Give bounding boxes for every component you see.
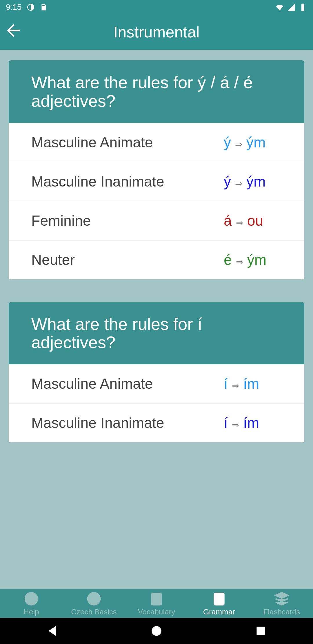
svg-rect-3 bbox=[44, 5, 45, 6]
svg-text:ABC: ABC bbox=[215, 597, 223, 602]
content-scroll[interactable]: What are the rules for ý / á / é adjecti… bbox=[0, 50, 313, 589]
grammar-row[interactable]: Masculine Inanimateý⇒ým bbox=[9, 162, 304, 201]
tab-flashcards[interactable]: Flashcards bbox=[250, 589, 313, 618]
row-transformation: ý⇒ým bbox=[224, 134, 282, 151]
tab-vocabulary[interactable]: ABCVocabulary bbox=[125, 589, 188, 618]
battery-icon bbox=[299, 3, 307, 12]
svg-rect-5 bbox=[302, 4, 304, 5]
grammar-row[interactable]: Masculine Animateí⇒ím bbox=[9, 364, 304, 404]
tab-grammar[interactable]: ABCGrammar bbox=[188, 589, 250, 618]
trans-from: ý bbox=[224, 134, 231, 151]
tab-label: Help bbox=[23, 607, 39, 616]
tab-help[interactable]: Help bbox=[0, 589, 63, 618]
trans-to: ím bbox=[243, 375, 259, 392]
signal-icon bbox=[287, 3, 296, 12]
nav-home-button[interactable] bbox=[149, 624, 164, 638]
row-label: Masculine Animate bbox=[31, 134, 224, 151]
grammar-row[interactable]: Neuteré⇒ým bbox=[9, 240, 304, 279]
tab-label: Czech Basics bbox=[71, 607, 117, 616]
flashcards-icon bbox=[274, 591, 290, 607]
svg-rect-16 bbox=[256, 627, 265, 635]
grammar-row[interactable]: Feminineá⇒ou bbox=[9, 201, 304, 240]
trans-to: ím bbox=[243, 415, 259, 431]
arrow-right-icon: ⇒ bbox=[235, 178, 242, 189]
help-icon bbox=[23, 591, 39, 607]
sd-card-icon bbox=[40, 3, 47, 11]
svg-rect-1 bbox=[42, 5, 43, 6]
card-header: What are the rules for ý / á / é adjecti… bbox=[9, 60, 304, 123]
row-label: Masculine Inanimate bbox=[31, 173, 224, 190]
trans-from: ý bbox=[224, 173, 231, 190]
grammar-row[interactable]: Masculine Animateý⇒ým bbox=[9, 123, 304, 162]
back-button[interactable] bbox=[2, 19, 25, 42]
row-transformation: á⇒ou bbox=[224, 212, 282, 229]
row-transformation: é⇒ým bbox=[224, 252, 282, 268]
status-bar: 9:15 bbox=[0, 0, 313, 15]
arrow-left-icon bbox=[4, 21, 23, 40]
svg-point-7 bbox=[30, 601, 32, 603]
tab-label: Grammar bbox=[203, 607, 235, 616]
trans-from: í bbox=[224, 415, 228, 431]
row-label: Masculine Inanimate bbox=[31, 415, 224, 431]
svg-rect-9 bbox=[93, 597, 95, 602]
grammar-icon: ABC bbox=[211, 591, 227, 607]
trans-to: ým bbox=[246, 173, 266, 190]
row-label: Masculine Animate bbox=[31, 375, 224, 392]
svg-point-10 bbox=[93, 595, 95, 596]
trans-to: ým bbox=[246, 134, 266, 151]
status-right bbox=[275, 3, 307, 12]
row-label: Feminine bbox=[31, 212, 224, 229]
system-nav-bar bbox=[0, 618, 313, 644]
row-transformation: í⇒ím bbox=[224, 375, 282, 392]
arrow-right-icon: ⇒ bbox=[232, 420, 239, 430]
svg-rect-2 bbox=[43, 5, 43, 6]
nav-back-button[interactable] bbox=[45, 624, 59, 638]
grammar-card: What are the rules for í adjectives?Masc… bbox=[9, 302, 304, 443]
basics-icon bbox=[86, 591, 102, 607]
svg-rect-4 bbox=[301, 4, 304, 11]
card-header: What are the rules for í adjectives? bbox=[9, 302, 304, 365]
nav-recents-button[interactable] bbox=[254, 624, 268, 638]
tab-label: Vocabulary bbox=[138, 607, 175, 616]
arrow-right-icon: ⇒ bbox=[236, 218, 243, 228]
trans-to: ou bbox=[247, 212, 263, 229]
square-recents-icon bbox=[254, 624, 268, 638]
grammar-card: What are the rules for ý / á / é adjecti… bbox=[9, 60, 304, 279]
bottom-tab-bar: HelpCzech BasicsABCVocabularyABCGrammarF… bbox=[0, 589, 313, 618]
trans-from: í bbox=[224, 375, 228, 392]
circle-home-icon bbox=[149, 624, 164, 638]
trans-from: é bbox=[224, 252, 232, 268]
svg-point-15 bbox=[152, 626, 161, 636]
page-title: Instrumental bbox=[0, 23, 313, 41]
row-transformation: ý⇒ým bbox=[224, 173, 282, 190]
tab-basics[interactable]: Czech Basics bbox=[63, 589, 125, 618]
status-left: 9:15 bbox=[6, 3, 47, 12]
app-bar: Instrumental bbox=[0, 15, 313, 50]
trans-from: á bbox=[224, 212, 232, 229]
svg-text:ABC: ABC bbox=[152, 597, 161, 602]
vocabulary-icon: ABC bbox=[148, 591, 165, 607]
theme-icon bbox=[27, 3, 34, 11]
row-label: Neuter bbox=[31, 252, 224, 268]
trans-to: ým bbox=[247, 252, 267, 268]
status-time: 9:15 bbox=[6, 3, 22, 12]
arrow-right-icon: ⇒ bbox=[236, 257, 243, 267]
grammar-row[interactable]: Masculine Inanimateí⇒ím bbox=[9, 404, 304, 442]
wifi-icon bbox=[275, 3, 284, 12]
row-transformation: í⇒ím bbox=[224, 415, 282, 431]
triangle-back-icon bbox=[45, 624, 59, 638]
arrow-right-icon: ⇒ bbox=[235, 139, 242, 149]
tab-label: Flashcards bbox=[263, 607, 300, 616]
arrow-right-icon: ⇒ bbox=[232, 381, 239, 391]
